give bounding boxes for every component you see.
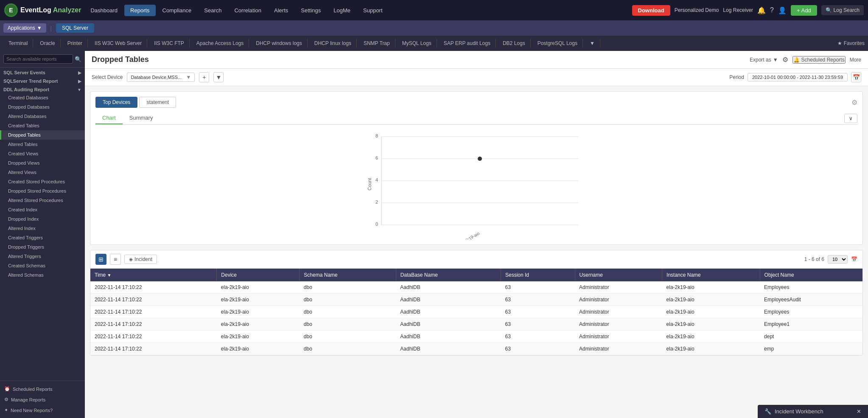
- chart-tab-chart[interactable]: Chart: [95, 112, 123, 124]
- sidebar-item-created-triggers[interactable]: Created Triggers: [0, 233, 85, 242]
- col-time[interactable]: Time ▼: [90, 269, 217, 281]
- sidebar-section-sql-events[interactable]: SQL Server Events ▶: [0, 67, 85, 76]
- sec-nav-snmp[interactable]: SNMP Trap: [358, 39, 395, 48]
- cell-schema: dbo: [300, 331, 396, 343]
- col-database[interactable]: DataBase Name: [396, 269, 501, 281]
- user-icon[interactable]: 👤: [778, 6, 787, 14]
- sidebar-item-created-schemas[interactable]: Created Schemas: [0, 261, 85, 270]
- nav-reports[interactable]: Reports: [124, 5, 156, 16]
- log-search-button[interactable]: 🔍 Log Search: [821, 5, 864, 15]
- sidebar-item-created-index[interactable]: Created Index: [0, 205, 85, 214]
- sec-nav-sap[interactable]: SAP ERP audit Logs: [439, 39, 496, 48]
- sidebar-item-dropped-tables[interactable]: Dropped Tables: [0, 130, 85, 140]
- list-view-button[interactable]: ≡: [110, 254, 121, 265]
- settings-icon[interactable]: ⚙: [782, 56, 788, 64]
- need-new-reports-link[interactable]: ✦ Need New Reports?: [0, 405, 85, 415]
- favorites-button[interactable]: ★ Favorites: [837, 40, 865, 46]
- view-tab-statement[interactable]: statement: [139, 97, 176, 108]
- sidebar-item-altered-stored-procs[interactable]: Altered Stored Procedures: [0, 196, 85, 205]
- chart-dropdown[interactable]: ∨: [844, 114, 857, 123]
- scheduled-reports-link[interactable]: ⏰ Scheduled Reports: [0, 384, 85, 394]
- applications-dropdown[interactable]: Applications ▼: [3, 23, 46, 33]
- download-button[interactable]: Download: [632, 5, 670, 16]
- sidebar-item-dropped-stored-procs[interactable]: Dropped Stored Procedures: [0, 186, 85, 196]
- sidebar-item-altered-views[interactable]: Altered Views: [0, 168, 85, 177]
- sec-nav-mysql[interactable]: MySQL Logs: [397, 39, 437, 48]
- sec-nav-printer[interactable]: Printer: [62, 39, 88, 48]
- add-device-button[interactable]: +: [199, 72, 209, 82]
- export-button[interactable]: Export as ▼: [750, 57, 778, 63]
- sidebar-item-created-views[interactable]: Created Views: [0, 149, 85, 158]
- sec-nav-iis-w3c-web[interactable]: IIS W3C Web Server: [90, 39, 147, 48]
- page-size-select[interactable]: 10: [828, 255, 848, 264]
- sidebar-item-created-databases[interactable]: Created Databases: [0, 93, 85, 102]
- sec-nav-apache[interactable]: Apache Access Logs: [191, 39, 249, 48]
- col-object[interactable]: Object Name: [760, 269, 862, 281]
- sec-nav-terminal[interactable]: Terminal: [3, 39, 33, 48]
- sidebar-item-altered-triggers[interactable]: Altered Triggers: [0, 252, 85, 261]
- incident-button[interactable]: ◈ Incident: [124, 255, 157, 264]
- manage-reports-link[interactable]: ⚙ Manage Reports: [0, 394, 85, 405]
- calendar-icon[interactable]: 📅: [851, 72, 861, 82]
- chart-tab-summary[interactable]: Summary: [123, 112, 160, 124]
- add-button[interactable]: + Add: [791, 5, 817, 16]
- cell-session: 63: [501, 331, 575, 343]
- nav-compliance[interactable]: Compliance: [157, 5, 198, 16]
- sidebar-item-dropped-triggers[interactable]: Dropped Triggers: [0, 242, 85, 252]
- cell-username: Administrator: [575, 294, 662, 306]
- nav-logme[interactable]: LogMe: [328, 5, 356, 16]
- cell-schema: dbo: [300, 318, 396, 331]
- sidebar-item-dropped-index[interactable]: Dropped Index: [0, 214, 85, 224]
- nav-correlation[interactable]: Correlation: [228, 5, 267, 16]
- sec-nav-more[interactable]: ▼: [585, 39, 600, 48]
- scheduled-reports-button[interactable]: 🔔 Scheduled Reports: [792, 56, 846, 64]
- cell-database: AadhiDB: [396, 331, 501, 343]
- table-row: 2022-11-14 17:10:22 ela-2k19-aio dbo Aad…: [90, 318, 862, 331]
- close-icon[interactable]: ✕: [857, 408, 861, 415]
- filter-button[interactable]: ▼: [213, 72, 224, 82]
- sidebar-item-altered-databases[interactable]: Altered Databases: [0, 112, 85, 121]
- help-icon[interactable]: ?: [770, 6, 774, 14]
- sidebar-item-dropped-views[interactable]: Dropped Views: [0, 158, 85, 168]
- sidebar-item-dropped-databases[interactable]: Dropped Databases: [0, 102, 85, 112]
- notification-icon[interactable]: 🔔: [757, 6, 766, 14]
- cell-instance: ela-2k19-aio: [662, 306, 760, 318]
- svg-text:4: 4: [375, 177, 378, 182]
- calendar-icon[interactable]: 📅: [851, 256, 857, 262]
- nav-settings[interactable]: Settings: [295, 5, 327, 16]
- chart-settings-icon[interactable]: ⚙: [851, 98, 857, 107]
- nav-search[interactable]: Search: [198, 5, 227, 16]
- col-username[interactable]: Username: [575, 269, 662, 281]
- col-schema[interactable]: Schema Name: [300, 269, 396, 281]
- col-instance[interactable]: Instance Name: [662, 269, 760, 281]
- nav-support[interactable]: Support: [357, 5, 389, 16]
- col-session[interactable]: Session Id: [501, 269, 575, 281]
- sql-server-tab[interactable]: SQL Server: [56, 23, 94, 33]
- sec-nav-db2[interactable]: DB2 Logs: [498, 39, 531, 48]
- search-input[interactable]: [3, 54, 73, 64]
- more-button[interactable]: More: [850, 57, 861, 63]
- gear-icon: ⚙: [4, 397, 8, 402]
- data-point[interactable]: [478, 157, 482, 161]
- sidebar-item-created-tables[interactable]: Created Tables: [0, 121, 85, 130]
- sec-nav-postgresql[interactable]: PostgreSQL Logs: [532, 39, 583, 48]
- sidebar-section-ddl-auditing[interactable]: DDL Auditing Report ▼: [0, 84, 85, 93]
- log-receiver-link[interactable]: Log Receiver: [723, 7, 753, 13]
- nav-alerts[interactable]: Alerts: [268, 5, 294, 16]
- sec-nav-dhcp-linux[interactable]: DHCP linux logs: [309, 39, 357, 48]
- personalized-demo-link[interactable]: Personalized Demo: [675, 7, 719, 13]
- col-device[interactable]: Device: [217, 269, 300, 281]
- cell-time: 2022-11-14 17:10:22: [90, 318, 217, 331]
- sec-nav-dhcp-windows[interactable]: DHCP windows logs: [251, 39, 308, 48]
- sidebar-item-altered-index[interactable]: Altered Index: [0, 224, 85, 233]
- sidebar-item-altered-schemas[interactable]: Altered Schemas: [0, 270, 85, 280]
- sidebar-item-altered-tables[interactable]: Altered Tables: [0, 140, 85, 149]
- view-tab-top-devices[interactable]: Top Devices: [95, 97, 137, 108]
- sec-nav-iis-w3c-ftp[interactable]: IIS W3C FTP: [149, 39, 190, 48]
- sec-nav-oracle[interactable]: Oracle: [35, 39, 60, 48]
- sidebar-item-created-stored-procs[interactable]: Created Stored Procedures: [0, 177, 85, 186]
- nav-dashboard[interactable]: Dashboard: [84, 5, 123, 16]
- grid-view-button[interactable]: ⊞: [95, 254, 106, 265]
- sidebar-section-trend-report[interactable]: SQLServer Trend Report ▶: [0, 76, 85, 84]
- device-select[interactable]: Database Device,MSS... ▼: [127, 73, 195, 82]
